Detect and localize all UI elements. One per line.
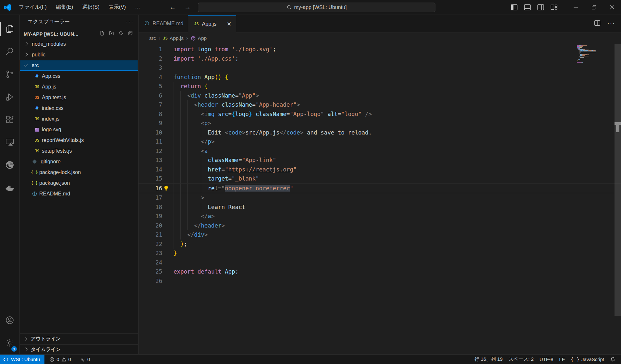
code-line-22[interactable]: 22 ); bbox=[139, 240, 621, 249]
code-line-11[interactable]: 11 </p> bbox=[139, 137, 621, 147]
menu-item-0[interactable]: ファイル(F) bbox=[15, 2, 51, 12]
eol-setting[interactable]: LF bbox=[556, 357, 568, 362]
code-line-5[interactable]: 5 return ( bbox=[139, 82, 621, 91]
outline-section-header[interactable]: アウトライン bbox=[20, 333, 138, 344]
tree-item-App.js[interactable]: JSApp.js bbox=[20, 81, 138, 92]
remote-indicator[interactable]: WSL: Ubuntu bbox=[0, 355, 44, 364]
tab-App.js[interactable]: JSApp.js✕ bbox=[188, 15, 236, 32]
remote-explorer-icon[interactable] bbox=[0, 131, 19, 154]
breadcrumb-item-src[interactable]: src bbox=[149, 35, 156, 41]
toggle-secondary-sidebar-icon[interactable] bbox=[537, 3, 545, 11]
code-line-20[interactable]: 20 </header> bbox=[139, 221, 621, 230]
code-line-9[interactable]: 9 <p> bbox=[139, 119, 621, 128]
code-line-24[interactable]: 24 bbox=[139, 258, 621, 267]
project-section-header[interactable]: MY-APP [WSL: UBUN... bbox=[20, 29, 138, 39]
indent-guide bbox=[201, 165, 208, 174]
tree-item-node_modules[interactable]: node_modules bbox=[20, 39, 138, 49]
explorer-more-actions-icon[interactable]: ··· bbox=[126, 18, 134, 25]
ports-status[interactable]: 0 bbox=[77, 357, 93, 362]
edge-icon[interactable] bbox=[0, 154, 19, 176]
restore-button[interactable] bbox=[585, 0, 603, 15]
code-line-21[interactable]: 21 </div> bbox=[139, 230, 621, 240]
menu-item-1[interactable]: 編集(E) bbox=[52, 2, 77, 12]
code-editor[interactable]: 1import logo from './logo.svg';2import '… bbox=[139, 44, 621, 354]
lightbulb-icon[interactable] bbox=[163, 185, 169, 192]
editor-scrollbar[interactable] bbox=[615, 44, 621, 354]
minimize-button[interactable] bbox=[566, 0, 585, 15]
indentation-setting[interactable]: スペース: 2 bbox=[505, 356, 537, 362]
extensions-icon[interactable] bbox=[0, 108, 19, 131]
scrollbar-thumb[interactable] bbox=[615, 44, 621, 316]
code-line-4[interactable]: 4function App() { bbox=[139, 73, 621, 82]
code-line-23[interactable]: 23} bbox=[139, 249, 621, 258]
customize-layout-icon[interactable] bbox=[550, 3, 558, 11]
breadcrumb-item-App.js[interactable]: JSApp.js bbox=[163, 35, 184, 41]
tree-item-index.js[interactable]: JSindex.js bbox=[20, 113, 138, 124]
code-line-2[interactable]: 2import './App.css'; bbox=[139, 54, 621, 64]
braces-icon: { } bbox=[571, 357, 579, 362]
indent-guide bbox=[174, 240, 180, 249]
refresh-icon[interactable] bbox=[118, 30, 124, 37]
code-line-25[interactable]: 25export default App; bbox=[139, 267, 621, 276]
new-file-icon[interactable] bbox=[99, 30, 105, 37]
code-line-6[interactable]: 6 <div className="App"> bbox=[139, 91, 621, 100]
tree-item-README.md[interactable]: README.md bbox=[20, 188, 138, 199]
tree-item-package.json[interactable]: { }package.json bbox=[20, 178, 138, 188]
tree-item-App.test.js[interactable]: JSApp.test.js bbox=[20, 92, 138, 103]
code-line-13[interactable]: 13 className="App-link" bbox=[139, 156, 621, 165]
menu-item-3[interactable]: 表示(V) bbox=[105, 2, 130, 12]
notifications-bell[interactable] bbox=[607, 357, 618, 362]
tree-item-package-lock.json[interactable]: { }package-lock.json bbox=[20, 167, 138, 178]
nav-forward-button[interactable]: → bbox=[184, 4, 191, 11]
editor-more-actions-icon[interactable]: ··· bbox=[607, 20, 615, 27]
tree-item-src[interactable]: src bbox=[20, 60, 138, 71]
settings-gear-icon[interactable]: 1 bbox=[0, 332, 19, 354]
new-folder-icon[interactable] bbox=[109, 30, 114, 37]
code-line-18[interactable]: 18 Learn React bbox=[139, 203, 621, 212]
tree-item-index.css[interactable]: #index.css bbox=[20, 103, 138, 113]
search-icon[interactable] bbox=[0, 40, 19, 63]
menu-item-4[interactable]: … bbox=[131, 2, 144, 12]
encoding-setting[interactable]: UTF-8 bbox=[537, 357, 556, 362]
minimap[interactable] bbox=[566, 44, 615, 354]
code-line-19[interactable]: 19 </a> bbox=[139, 212, 621, 221]
minimap-line bbox=[579, 50, 596, 51]
tree-item-App.css[interactable]: #App.css bbox=[20, 71, 138, 81]
breadcrumb-item-App[interactable]: App bbox=[191, 35, 207, 41]
command-center-search[interactable]: my-app [WSL: Ubuntu] bbox=[198, 3, 435, 12]
source-control-icon[interactable] bbox=[0, 63, 19, 86]
code-line-17[interactable]: 17 > bbox=[139, 193, 621, 203]
problems-status[interactable]: 0 0 bbox=[46, 357, 74, 362]
code-line-14[interactable]: 14 href="https://reactjs.org" bbox=[139, 165, 621, 174]
toggle-sidebar-icon[interactable] bbox=[510, 3, 518, 11]
menu-item-2[interactable]: 選択(S) bbox=[78, 2, 103, 12]
code-line-15[interactable]: 15 target="_blank" bbox=[139, 174, 621, 183]
tree-item-public[interactable]: public bbox=[20, 49, 138, 60]
toggle-panel-icon[interactable] bbox=[523, 3, 531, 11]
code-line-16[interactable]: 16 rel="noopener noreferrer" bbox=[139, 183, 621, 194]
tree-item-setupTests.js[interactable]: JSsetupTests.js bbox=[20, 146, 138, 156]
tree-item-logo.svg[interactable]: logo.svg bbox=[20, 124, 138, 135]
cursor-position[interactable]: 行 16、列 19 bbox=[471, 356, 505, 362]
tab-README.md[interactable]: README.md bbox=[139, 15, 188, 32]
language-mode[interactable]: { } JavaScript bbox=[568, 357, 607, 362]
docker-icon[interactable] bbox=[0, 176, 19, 199]
split-editor-icon[interactable] bbox=[594, 19, 601, 28]
close-window-button[interactable] bbox=[603, 0, 621, 15]
account-icon[interactable] bbox=[0, 309, 19, 332]
files-icon[interactable] bbox=[0, 18, 19, 40]
code-line-3[interactable]: 3 bbox=[139, 63, 621, 73]
code-line-10[interactable]: 10 Edit <code>src/App.js</code> and save… bbox=[139, 128, 621, 137]
code-line-26[interactable]: 26 bbox=[139, 276, 621, 286]
code-line-8[interactable]: 8 <img src={logo} className="App-logo" a… bbox=[139, 110, 621, 119]
collapse-all-icon[interactable] bbox=[128, 30, 133, 37]
tree-item-reportWebVitals.js[interactable]: JSreportWebVitals.js bbox=[20, 135, 138, 146]
code-line-1[interactable]: 1import logo from './logo.svg'; bbox=[139, 45, 621, 54]
close-tab-icon[interactable]: ✕ bbox=[227, 21, 231, 28]
nav-back-button[interactable]: ← bbox=[169, 4, 176, 11]
code-line-12[interactable]: 12 <a bbox=[139, 147, 621, 156]
code-line-7[interactable]: 7 <header className="App-header"> bbox=[139, 100, 621, 110]
run-debug-icon[interactable] bbox=[0, 86, 19, 108]
tree-item-.gitignore[interactable]: .gitignore bbox=[20, 156, 138, 167]
timeline-section-header[interactable]: タイムライン bbox=[20, 344, 138, 354]
